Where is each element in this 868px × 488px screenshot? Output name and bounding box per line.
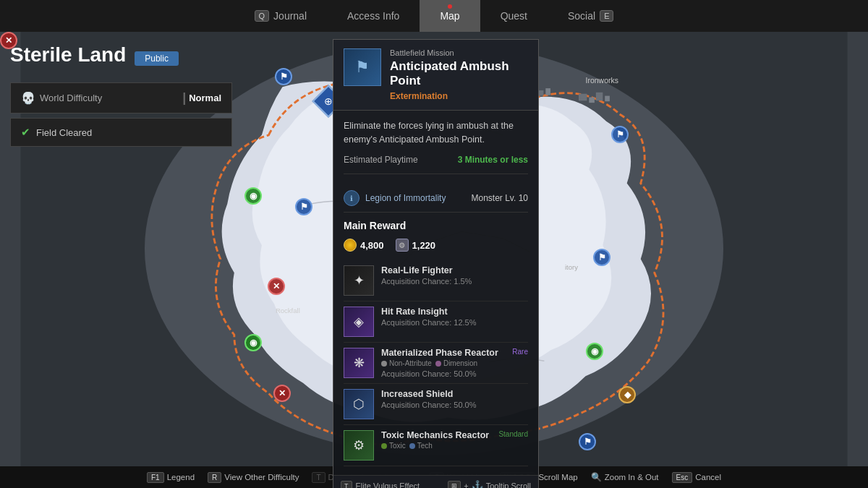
svg-text:itory: itory [565, 263, 578, 271]
mission-description: Eliminate the forces lying in ambush at … [344, 119, 528, 147]
mission-icon: ⚑ [344, 48, 381, 86]
mission-type-label: Battlefield Mission [390, 48, 528, 57]
bottom-item-legend: F1 Legend [147, 472, 195, 483]
playtime-label: Estimated Playtime [344, 155, 418, 165]
footer-right: ⊞ + ⚓ Tooltip Scroll [448, 480, 531, 488]
reward-item: ✦ Real-Life Fighter Acquisition Chance: … [344, 260, 528, 301]
label-legend: Legend [167, 473, 195, 481]
nav-item-quest[interactable]: Quest [480, 0, 548, 32]
bottom-item-other-diff[interactable]: R View Other Difficulty [208, 472, 299, 483]
reward-item-name: Materialized Phase Reactor [381, 348, 528, 358]
footer-label-tooltip: Tooltip Scroll [486, 481, 531, 488]
footer-left: T Elite Vulgus Effect [341, 481, 420, 488]
gold-icon [344, 239, 357, 252]
mission-title-area: Battlefield Mission Anticipated Ambush P… [390, 48, 528, 101]
reward-item: ◈ Hit Rate Insight Acquisition Chance: 1… [344, 301, 528, 343]
nav-item-journal[interactable]: Q Journal [234, 0, 327, 32]
gear-currency-icon: ⚙ [396, 239, 409, 252]
map-marker-blue-1[interactable]: ⚑ [275, 68, 292, 85]
svg-rect-7 [596, 93, 603, 100]
reward-title: Main Reward [344, 220, 528, 231]
reward-item: ❋ Materialized Phase Reactor Non-Attribu… [344, 343, 528, 384]
gear-currency: ⚙ 1,220 [396, 239, 436, 252]
key-T: T [312, 472, 325, 483]
key-R: R [208, 472, 221, 483]
mission-footer: T Elite Vulgus Effect ⊞ + ⚓ Tooltip Scro… [333, 475, 538, 488]
public-badge: Public [135, 51, 179, 66]
bottom-item-zoom: 🔍 Zoom In & Out [591, 472, 659, 482]
map-marker-orange-1[interactable]: ◆ [618, 386, 636, 403]
reward-item-icon: ⬡ [344, 389, 374, 419]
reward-item-text: Materialized Phase Reactor Non-Attribute… [381, 348, 528, 378]
svg-rect-10 [545, 88, 550, 95]
world-difficulty-label: World Difficulty [40, 93, 102, 103]
mission-panel: ⚑ Battlefield Mission Anticipated Ambush… [333, 39, 539, 488]
map-marker-green-2[interactable]: ◉ [244, 334, 262, 351]
nav-label-quest: Quest [501, 10, 527, 22]
map-marker-green-3[interactable]: ◉ [586, 343, 603, 360]
footer-plus: + [464, 481, 468, 488]
faction-row: ℹ Legion of Immortality Monster Lv. 10 [344, 184, 528, 213]
gold-currency: 4,800 [344, 239, 384, 252]
skull-icon: 💀 [21, 91, 35, 105]
playtime-row: Estimated Playtime 3 Minutes or less [344, 155, 528, 174]
mission-title: Anticipated Ambush Point [390, 59, 528, 89]
reward-item-name: Hit Rate Insight [381, 307, 528, 317]
svg-text:Rockfall: Rockfall [276, 307, 300, 314]
key-F1: F1 [147, 472, 164, 483]
playtime-value: 3 Minutes or less [458, 155, 528, 165]
map-marker-green-1[interactable]: ◉ [244, 187, 262, 205]
nav-label-access-info: Access Info [347, 10, 399, 22]
faction-name: Legion of Immortality [365, 193, 446, 203]
reward-chance: Acquisition Chance: 12.5% [381, 318, 528, 327]
nav-label-map: Map [440, 10, 459, 22]
map-marker-blue-3[interactable]: ⚑ [611, 126, 629, 143]
map-marker-blue-5[interactable]: ⚑ [579, 433, 596, 450]
reward-section: Main Reward 4,800 ⚙ 1,220 ✦ Real-Life Fi… [344, 220, 528, 466]
gear-amount: 1,220 [412, 240, 436, 251]
currency-row: 4,800 ⚙ 1,220 [344, 239, 528, 252]
world-difficulty-row: 💀 World Difficulty | Normal [10, 82, 232, 114]
mission-subtype: Extermination [390, 91, 528, 101]
rarity-badge: Rare [512, 348, 528, 356]
mission-body: Eliminate the forces lying in ambush at … [333, 111, 538, 476]
faction-icon: ℹ [344, 190, 359, 206]
journal-key-badge: Q [255, 10, 270, 22]
divider-icon: | [182, 90, 186, 106]
footer-key-T: T [341, 481, 352, 488]
region-title: Sterile Land [10, 43, 126, 67]
footer-key-scroll1: ⊞ [448, 481, 461, 488]
nav-item-access-info[interactable]: Access Info [327, 0, 420, 32]
map-marker-blue-4[interactable]: ⚑ [593, 249, 610, 266]
reward-items-container: ✦ Real-Life Fighter Acquisition Chance: … [344, 260, 528, 466]
map-marker-red-1[interactable]: ✕ [268, 278, 285, 295]
svg-rect-8 [605, 96, 610, 102]
label-other-diff: View Other Difficulty [224, 473, 299, 481]
field-cleared-row: ✔ Field Cleared [10, 118, 232, 147]
reward-item: ⚙ Toxic Mechanics Reactor ToxicTech Stan… [344, 425, 528, 466]
reward-chance: Acquisition Chance: 1.5% [381, 277, 528, 286]
nav-item-map[interactable]: Map [420, 0, 480, 32]
mission-header: ⚑ Battlefield Mission Anticipated Ambush… [333, 40, 538, 111]
field-cleared-label: Field Cleared [36, 127, 92, 138]
reward-chance: Acquisition Chance: 50.0% [381, 369, 528, 378]
reward-item-icon: ◈ [344, 307, 374, 337]
map-marker-blue-2[interactable]: ⚑ [295, 198, 312, 215]
svg-text:Ironworks: Ironworks [586, 77, 618, 85]
footer-label-elite: Elite Vulgus Effect [356, 481, 420, 488]
label-zoom: Zoom In & Out [605, 473, 659, 481]
label-cancel: Cancel [695, 473, 721, 481]
svg-rect-6 [589, 97, 595, 103]
nav-item-social[interactable]: Social E [548, 0, 634, 32]
label-scroll-map: Scroll Map [538, 473, 577, 481]
reward-item: ⬡ Increased Shield Acquisition Chance: 5… [344, 384, 528, 425]
bottom-item-cancel[interactable]: Esc Cancel [672, 472, 721, 483]
nav-red-dot-map [448, 4, 452, 9]
key-Esc: Esc [672, 472, 693, 483]
nav-label-journal: Journal [273, 10, 307, 22]
social-key-badge: E [600, 10, 613, 22]
reward-item-icon: ✦ [344, 265, 374, 296]
world-difficulty-value: Normal [189, 93, 221, 103]
reward-item-name: Real-Life Fighter [381, 265, 528, 275]
map-marker-red-2[interactable]: ✕ [273, 385, 291, 402]
